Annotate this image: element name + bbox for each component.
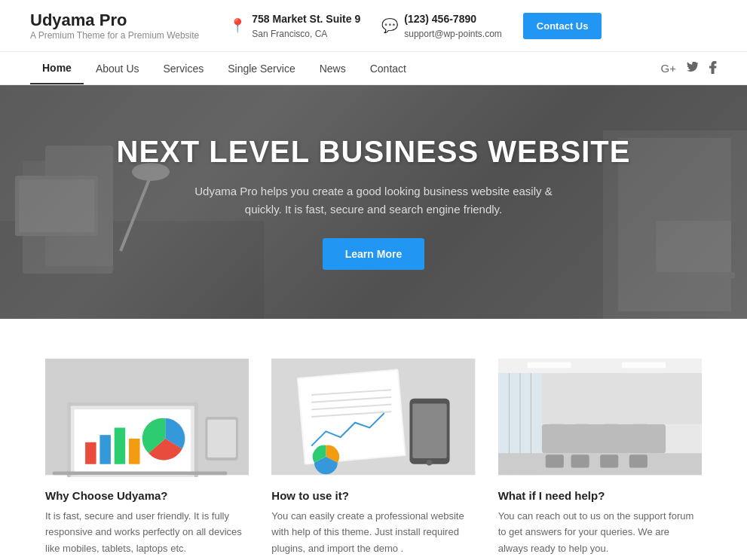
svg-rect-44	[542, 424, 666, 454]
hero-subtitle: Udyama Pro helps you create a good looki…	[185, 182, 562, 219]
feature-desc-2: You can easily create a professional web…	[271, 508, 475, 556]
address-line2: San Francisco, CA	[252, 29, 327, 39]
feature-card-3: What if I need help? You can reach out t…	[498, 357, 702, 556]
hero-content: NEXT LEVEL BUSINESS WEBSITE Udyama Pro h…	[102, 120, 646, 285]
feature-image-docs	[271, 357, 475, 477]
email-address: support@wp-points.com	[404, 29, 502, 39]
svg-rect-18	[115, 427, 125, 464]
svg-rect-38	[622, 363, 666, 369]
feature-card-1: Why Choose Udyama? It is fast, secure an…	[45, 357, 249, 556]
phone-icon: 💬	[381, 17, 398, 34]
features-section: Why Choose Udyama? It is fast, secure an…	[0, 319, 747, 560]
svg-rect-48	[629, 454, 647, 467]
nav-contact[interactable]: Contact	[358, 54, 418, 84]
feature-desc-3: You can reach out to us on the support f…	[498, 508, 702, 556]
svg-rect-11	[652, 272, 735, 278]
hero-section: NEXT LEVEL BUSINESS WEBSITE Udyama Pro h…	[0, 85, 747, 319]
svg-rect-10	[656, 221, 731, 274]
contact-info: 📍 758 Market St. Suite 9 San Francisco, …	[229, 11, 717, 41]
svg-rect-22	[207, 420, 236, 457]
svg-rect-16	[85, 442, 96, 464]
phone-block: 💬 (123) 456-7890 support@wp-points.com	[381, 11, 502, 41]
svg-rect-19	[129, 439, 139, 464]
feature-image-office	[498, 357, 702, 477]
svg-rect-17	[99, 435, 110, 464]
svg-rect-46	[571, 454, 589, 467]
learn-more-button[interactable]: Learn More	[323, 238, 424, 270]
feature-card-2: How to use it? You can easily create a p…	[271, 357, 475, 556]
twitter-icon[interactable]	[687, 62, 699, 75]
phone-number: (123) 456-7890	[404, 11, 502, 27]
svg-rect-45	[545, 454, 563, 467]
svg-rect-37	[527, 363, 571, 369]
social-icons: G+	[661, 60, 717, 76]
contact-button[interactable]: Contact Us	[523, 13, 602, 39]
brand: Udyama Pro A Premium Theme for a Premium…	[30, 11, 199, 41]
feature-image-charts	[45, 357, 249, 477]
feature-title-2: How to use it?	[271, 489, 475, 502]
svg-point-33	[427, 460, 433, 466]
feature-title-1: Why Choose Udyama?	[45, 489, 249, 502]
navbar: Home About Us Services Single Service Ne…	[0, 52, 747, 85]
feature-desc-1: It is fast, secure and user friendly. It…	[45, 508, 249, 556]
svg-rect-5	[19, 179, 94, 232]
address-block: 📍 758 Market St. Suite 9 San Francisco, …	[229, 11, 360, 41]
hero-title: NEXT LEVEL BUSINESS WEBSITE	[117, 135, 631, 169]
nav-services[interactable]: Services	[152, 54, 216, 84]
nav-news[interactable]: News	[308, 54, 358, 84]
brand-tagline: A Premium Theme for a Premium Website	[30, 30, 199, 41]
nav-links: Home About Us Services Single Service Ne…	[30, 53, 661, 84]
nav-home[interactable]: Home	[30, 53, 84, 84]
facebook-icon[interactable]	[709, 60, 717, 76]
svg-rect-23	[53, 471, 228, 475]
brand-name: Udyama Pro	[30, 11, 199, 30]
svg-rect-55	[542, 373, 702, 424]
googleplus-icon[interactable]: G+	[661, 62, 676, 75]
header: Udyama Pro A Premium Theme for a Premium…	[0, 0, 747, 52]
nav-single-service[interactable]: Single Service	[216, 54, 308, 84]
svg-rect-32	[413, 404, 447, 458]
feature-title-3: What if I need help?	[498, 489, 702, 502]
location-icon: 📍	[229, 17, 246, 34]
nav-about[interactable]: About Us	[84, 54, 152, 84]
svg-rect-47	[600, 454, 618, 467]
address-line1: 758 Market St. Suite 9	[252, 11, 360, 27]
